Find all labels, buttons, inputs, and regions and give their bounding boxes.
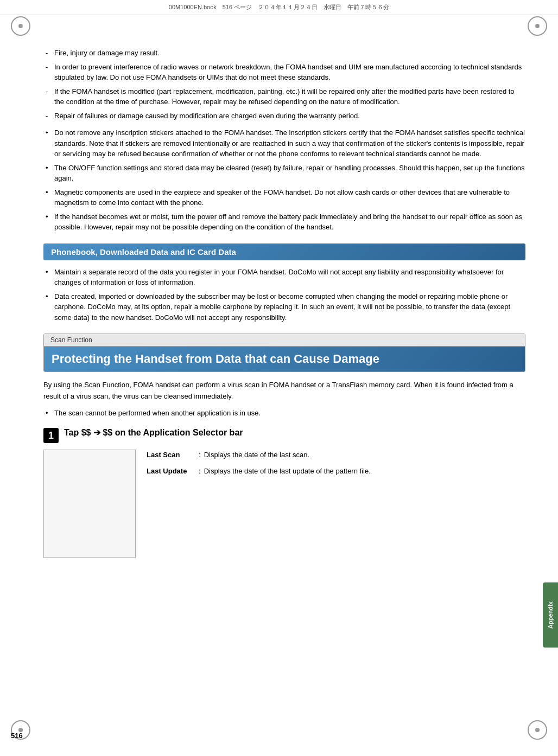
bullet-item-1: Do not remove any inscription stickers a…	[43, 127, 525, 159]
phonebook-header-text: Phonebook, Downloaded Data and IC Card D…	[51, 247, 236, 257]
info-item-last-scan: Last Scan : Displays the date of the las…	[147, 450, 525, 460]
scan-function-label: Scan Function	[44, 334, 525, 347]
page-container: 00M1000EN.book 516 ページ ２０４年１１月２４日 水曜日 午前…	[0, 0, 558, 756]
bullet-list-initial: Do not remove any inscription stickers a…	[43, 127, 525, 233]
dash-list: Fire, injury or damage may result. In or…	[43, 48, 525, 121]
main-content: Fire, injury or damage may result. In or…	[0, 21, 558, 599]
side-tab: Appendix	[543, 582, 558, 648]
bullet-item-3: Magnetic components are used in the earp…	[43, 187, 525, 208]
scan-bullet-list: The scan cannot be performed when anothe…	[43, 408, 525, 419]
scan-function-container: Scan Function Protecting the Handset fro…	[43, 334, 525, 372]
last-update-text: Displays the date of the last update of …	[204, 466, 525, 477]
corner-tr-inner	[535, 24, 540, 28]
screen-image	[43, 450, 136, 558]
corner-br-inner	[535, 728, 540, 732]
last-update-label: Last Update	[147, 466, 195, 477]
last-scan-label: Last Scan	[147, 450, 195, 460]
page-number: 516	[11, 732, 23, 740]
side-tab-label: Appendix	[547, 601, 554, 629]
phonebook-bullet-2: Data created, imported or downloaded by …	[43, 291, 525, 323]
bullet-item-4: If the handset becomes wet or moist, tur…	[43, 212, 525, 233]
header-bar: 00M1000EN.book 516 ページ ２０４年１１月２４日 水曜日 午前…	[0, 0, 558, 15]
phonebook-section-header: Phonebook, Downloaded Data and IC Card D…	[43, 244, 525, 260]
dash-item-1: Fire, injury or damage may result.	[43, 48, 525, 59]
dash-item-3: If the FOMA handset is modified (part re…	[43, 86, 525, 107]
corner-tl	[11, 16, 30, 36]
step-1-label: Tap $$ ➔ $$ on the Application Selector …	[64, 427, 243, 439]
phonebook-bullet-1: Maintain a separate record of the data y…	[43, 267, 525, 288]
corner-br	[528, 720, 547, 740]
info-item-last-update: Last Update : Displays the date of the l…	[147, 466, 525, 477]
scan-body-text: By using the Scan Function, FOMA handset…	[43, 380, 525, 402]
phonebook-bullet-list: Maintain a separate record of the data y…	[43, 267, 525, 323]
step-1-number: 1	[43, 428, 59, 443]
last-update-colon: :	[199, 466, 201, 477]
bullet-item-2: The ON/OFF function settings and stored …	[43, 163, 525, 184]
info-row: Last Scan : Displays the date of the las…	[43, 450, 525, 558]
dash-item-2: In order to prevent interference of radi…	[43, 62, 525, 83]
corner-tr	[528, 16, 547, 36]
corner-tl-inner	[18, 24, 23, 28]
dash-item-4: Repair of failures or damage caused by m…	[43, 111, 525, 121]
scan-function-title: Protecting the Handset from Data that ca…	[44, 347, 525, 371]
step-1-row: 1 Tap $$ ➔ $$ on the Application Selecto…	[43, 427, 525, 443]
scan-bullet-1: The scan cannot be performed when anothe…	[43, 408, 525, 419]
info-table: Last Scan : Displays the date of the las…	[147, 450, 525, 482]
header-text: 00M1000EN.book 516 ページ ２０４年１１月２４日 水曜日 午前…	[169, 3, 389, 11]
last-scan-text: Displays the date of the last scan.	[204, 450, 525, 460]
last-scan-colon: :	[199, 450, 201, 460]
